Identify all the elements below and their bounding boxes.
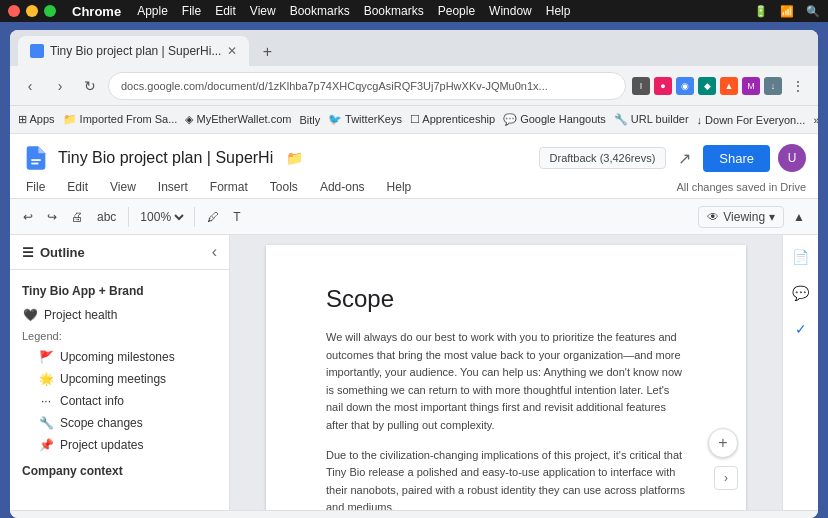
mac-status-icons: 🔋 📶 🔍 xyxy=(754,5,820,18)
zoom-in-button[interactable]: + xyxy=(708,428,738,458)
tab-close-button[interactable]: ✕ xyxy=(227,44,237,58)
expand-right-button[interactable]: › xyxy=(714,466,738,490)
sidebar-item-updates[interactable]: 📌 Project updates xyxy=(10,434,229,456)
main-content: ☰ Outline ‹ Tiny Bio App + Brand 🖤 Proje… xyxy=(10,235,818,510)
viewing-label: Viewing xyxy=(723,210,765,224)
document-page: Scope We will always do our best to work… xyxy=(266,245,746,510)
maximize-button[interactable] xyxy=(44,5,56,17)
docs-title-row: Tiny Bio project plan | SuperHi 📁 Draftb… xyxy=(22,138,806,176)
menu-bookmarks[interactable]: Bookmarks xyxy=(364,4,424,18)
share-button[interactable]: Share xyxy=(703,145,770,172)
bookmark-more[interactable]: » xyxy=(813,114,818,126)
close-button[interactable] xyxy=(8,5,20,17)
sidebar-item-contact[interactable]: ··· Contact info xyxy=(10,390,229,412)
bookmark-myether[interactable]: ◈ MyEtherWallet.com xyxy=(185,113,291,126)
traffic-lights xyxy=(8,5,56,17)
ext-icon-1[interactable]: I xyxy=(632,77,650,95)
outline-label: Outline xyxy=(40,245,85,260)
ext-icon-5[interactable]: ▲ xyxy=(720,77,738,95)
url-text: docs.google.com/document/d/1zKlhba7p74XH… xyxy=(121,80,548,92)
menu-apple[interactable]: Apple xyxy=(137,4,168,18)
menu-format[interactable]: Format xyxy=(206,178,252,196)
menu-bar: Apple File Edit View Bookmarks Bookmarks… xyxy=(137,4,570,18)
bookmark-imported[interactable]: 📁 Imported From Sa... xyxy=(63,113,178,126)
sidebar-item-label: Upcoming meetings xyxy=(60,372,166,386)
menu-file[interactable]: File xyxy=(22,178,49,196)
bookmark-urlbuilder[interactable]: 🔧 URL builder xyxy=(614,113,689,126)
horizontal-scrollbar[interactable] xyxy=(10,510,818,518)
browser-window: Tiny Bio project plan | SuperHi... ✕ + ‹… xyxy=(10,30,818,518)
collapse-button[interactable]: ▲ xyxy=(788,207,810,227)
heart-icon: 🖤 xyxy=(22,308,38,322)
menu-view[interactable]: View xyxy=(106,178,140,196)
menu-history[interactable]: Bookmarks xyxy=(290,4,350,18)
bookmark-bitly[interactable]: Bitly xyxy=(299,114,320,126)
zoom-select[interactable]: 100% xyxy=(136,209,187,225)
bookmark-apps[interactable]: ⊞ Apps xyxy=(18,113,55,126)
ext-icon-6[interactable]: M xyxy=(742,77,760,95)
address-bar: ‹ › ↻ docs.google.com/document/d/1zKlhba… xyxy=(10,66,818,106)
sidebar-item-scope[interactable]: 🔧 Scope changes xyxy=(10,412,229,434)
sidebar-item-meetings[interactable]: 🌟 Upcoming meetings xyxy=(10,368,229,390)
url-input[interactable]: docs.google.com/document/d/1zKlhba7p74XH… xyxy=(108,72,626,100)
menu-tools[interactable]: Tools xyxy=(266,178,302,196)
back-button[interactable]: ‹ xyxy=(18,74,42,98)
pin-icon: 📌 xyxy=(38,438,54,452)
undo-button[interactable]: ↩ xyxy=(18,207,38,227)
draftback-button[interactable]: Draftback (3,426revs) xyxy=(539,147,667,169)
menu-addons[interactable]: Add-ons xyxy=(316,178,369,196)
styles-button[interactable]: T xyxy=(228,207,245,227)
redo-button[interactable]: ↪ xyxy=(42,207,62,227)
bookmark-twitter[interactable]: 🐦 TwitterKeys xyxy=(328,113,402,126)
document-area[interactable]: Scope We will always do our best to work… xyxy=(230,235,782,510)
sidebar-section-1: Tiny Bio App + Brand xyxy=(10,278,229,304)
print-button[interactable]: 🖨 xyxy=(66,207,88,227)
toolbar-separator xyxy=(128,207,129,227)
menu-people[interactable]: People xyxy=(438,4,475,18)
battery-icon: 🔋 xyxy=(754,5,768,18)
refresh-button[interactable]: ↻ xyxy=(78,74,102,98)
menu-edit[interactable]: Edit xyxy=(63,178,92,196)
sidebar-item-label: Contact info xyxy=(60,394,124,408)
menu-insert[interactable]: Insert xyxy=(154,178,192,196)
right-sidebar-docs-icon[interactable]: 📄 xyxy=(787,243,815,271)
menu-window[interactable]: Window xyxy=(489,4,532,18)
menu-view[interactable]: View xyxy=(250,4,276,18)
paint-format-button[interactable]: 🖊 xyxy=(202,207,224,227)
menu-help[interactable]: Help xyxy=(383,178,416,196)
wrench-icon: 🔧 xyxy=(38,416,54,430)
new-tab-button[interactable]: + xyxy=(253,38,281,66)
more-button[interactable]: ⋮ xyxy=(786,74,810,98)
tab-bar: Tiny Bio project plan | SuperHi... ✕ + xyxy=(10,30,818,66)
folder-icon[interactable]: 📁 xyxy=(286,150,303,166)
right-sidebar-comments-icon[interactable]: 💬 xyxy=(787,279,815,307)
menu-file[interactable]: File xyxy=(182,4,201,18)
ext-icon-4[interactable]: ◆ xyxy=(698,77,716,95)
flag-icon: 🚩 xyxy=(38,350,54,364)
ext-icon-7[interactable]: ↓ xyxy=(764,77,782,95)
sidebar-item-milestones[interactable]: 🚩 Upcoming milestones xyxy=(10,346,229,368)
ext-icon-2[interactable]: ● xyxy=(654,77,672,95)
forward-button[interactable]: › xyxy=(48,74,72,98)
menu-edit[interactable]: Edit xyxy=(215,4,236,18)
bookmark-hangouts[interactable]: 💬 Google Hangouts xyxy=(503,113,606,126)
toolbar-separator-2 xyxy=(194,207,195,227)
tab-title: Tiny Bio project plan | SuperHi... xyxy=(50,44,221,58)
trend-icon: ↗ xyxy=(678,149,691,168)
user-avatar[interactable]: U xyxy=(778,144,806,172)
doc-title[interactable]: Tiny Bio project plan | SuperHi xyxy=(58,149,278,167)
active-tab[interactable]: Tiny Bio project plan | SuperHi... ✕ xyxy=(18,36,249,66)
menu-help[interactable]: Help xyxy=(546,4,571,18)
viewing-button[interactable]: 👁 Viewing ▾ xyxy=(698,206,784,228)
ext-icon-3[interactable]: ◉ xyxy=(676,77,694,95)
sidebar-collapse-button[interactable]: ‹ xyxy=(212,243,217,261)
right-sidebar-check-icon[interactable]: ✓ xyxy=(787,315,815,343)
minimize-button[interactable] xyxy=(26,5,38,17)
bookmark-apprenticeship[interactable]: ☐ Apprenticeship xyxy=(410,113,495,126)
bookmark-downfor[interactable]: ↓ Down For Everyon... xyxy=(697,114,806,126)
sidebar-item-project-health[interactable]: 🖤 Project health xyxy=(10,304,229,326)
svg-rect-1 xyxy=(31,163,38,165)
extension-icons: I ● ◉ ◆ ▲ M ↓ ⋮ xyxy=(632,74,810,98)
spellcheck-button[interactable]: abc xyxy=(92,207,121,227)
search-icon[interactable]: 🔍 xyxy=(806,5,820,18)
